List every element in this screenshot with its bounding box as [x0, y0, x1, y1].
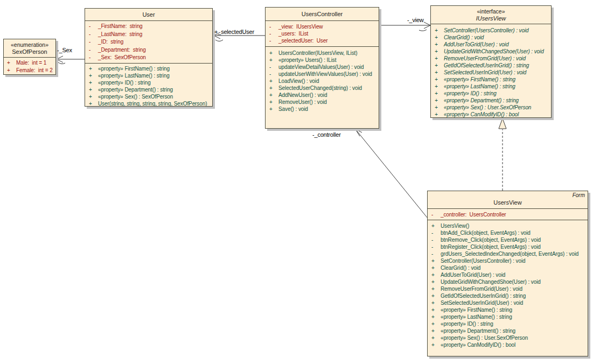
- member-row: +«property» Users() : IList: [266, 57, 379, 64]
- class-name: UsersView: [429, 198, 587, 207]
- member-row: -_ID: string: [85, 38, 212, 46]
- member-row: +User(string, string, string, string, Se…: [85, 100, 212, 107]
- member-row: +SetSelectedUserInGrid(User) : void: [428, 299, 588, 306]
- association-role-label-view: -_view: [407, 17, 424, 23]
- member-row: +ClearGrid() : void: [428, 264, 588, 271]
- member-row: +«property» FirstName() : string: [431, 76, 551, 83]
- member-row: -_Department: string: [85, 46, 212, 54]
- member-row: -updateViewDetailValues(User) : void: [266, 64, 379, 71]
- member-row: +GetIdOfSelectedUserInGrid() : string: [431, 62, 551, 69]
- class-stereotype: «enumeration»: [5, 41, 54, 48]
- association-view: [379, 22, 430, 31]
- member-row: +GetIdOfSelectedUserInGrid() : string: [428, 292, 588, 299]
- class-header: «enumeration» SexOfPerson: [4, 39, 55, 58]
- member-row: +RemoveUserFromGrid(User) : void: [428, 285, 588, 292]
- class-header: User: [85, 9, 212, 21]
- class-name: UsersController: [267, 11, 378, 18]
- member-row: +Male: int = 1: [4, 59, 55, 67]
- member-row: -_users: IList: [266, 30, 379, 37]
- member-row: +UpdateGridWithChangedShoe(User) : void: [431, 48, 551, 55]
- member-row: +UsersController(IUsersView, IList): [266, 50, 379, 57]
- association-sex: [57, 56, 85, 64]
- class-usersview: Form UsersView -_controller: UsersContro…: [427, 191, 588, 356]
- member-row: +«property» Department() : string: [431, 97, 551, 104]
- member-row: +«property» ID() : string: [428, 320, 588, 327]
- member-row: +«property» FirstName() : string: [428, 306, 588, 313]
- member-row: -btnRegister_Click(object, EventArgs) : …: [428, 243, 588, 250]
- member-row: -btnRemove_Click(object, EventArgs) : vo…: [428, 236, 588, 243]
- attributes-compartment: -_FirstName: string-_LastName: string-_I…: [85, 21, 212, 64]
- class-name: User: [86, 11, 211, 18]
- methods-compartment: +SetController(UsersController) : void+C…: [431, 24, 551, 118]
- class-header: UsersController: [266, 8, 379, 21]
- member-row: +«property» Sex() : User.SexOfPerson: [431, 104, 551, 111]
- member-row: +«property» LastName() : string: [428, 313, 588, 320]
- member-row: +LoadView() : void: [266, 78, 379, 85]
- member-row: +«property» Department() : string: [428, 327, 588, 334]
- member-row: +SelectedUserChanged(string) : void: [266, 85, 379, 92]
- member-row: +«property» FirstName() : string: [85, 65, 212, 72]
- association-controller: [355, 129, 427, 218]
- class-name: IUsersView: [432, 15, 550, 22]
- member-row: +«property» Department() : string: [85, 86, 212, 93]
- member-row: +UsersView(): [428, 222, 588, 229]
- member-row: +ClearGrid() : void: [431, 34, 551, 41]
- member-row: +SetController(UsersController) : void: [431, 27, 551, 34]
- member-row: +«property» LastName() : string: [431, 83, 551, 90]
- member-row: +«property» Sex() : User.SexOfPerson: [428, 334, 588, 341]
- class-header: «interface» IUsersView: [431, 6, 551, 24]
- member-row: +«property» ID() : string: [431, 90, 551, 97]
- member-row: +RemoveUserFromGrid(User) : void: [431, 55, 551, 62]
- member-row: +AddUserToGrid(User) : void: [431, 41, 551, 48]
- class-header: Form UsersView: [428, 191, 588, 209]
- member-row: +AddNewUser() : void: [266, 92, 379, 99]
- member-row: +«property» CanModifyID() : bool: [428, 341, 588, 348]
- attributes-compartment: -_view: IUsersView-_users: IList-_select…: [266, 21, 379, 47]
- member-row: +«property» CanModifyID() : bool: [431, 111, 551, 118]
- member-row: +«property» ID() : string: [85, 79, 212, 86]
- uml-class-diagram: «enumeration» SexOfPerson +Male: int = 1…: [0, 0, 593, 364]
- member-row: +RemoveUser() : void: [266, 99, 379, 106]
- member-row: +Female: int = 2: [4, 67, 55, 74]
- member-row: -btnAdd_Click(object, EventArgs) : void: [428, 229, 588, 236]
- methods-compartment: +UsersView()-btnAdd_Click(object, EventA…: [428, 220, 588, 356]
- attributes-compartment: -_controller: UsersController: [428, 209, 588, 220]
- member-row: +«property» LastName() : string: [85, 72, 212, 79]
- interface-iusersview: «interface» IUsersView +SetController(Us…: [430, 5, 552, 118]
- member-row: +Save() : void: [266, 106, 379, 113]
- realization-triangle: [499, 118, 506, 129]
- form-corner-label: Form: [429, 192, 587, 198]
- association-role-label-selected-user: +_selectedUser: [214, 29, 254, 35]
- member-row: +UpdateGridWithChangedShoe(User) : void: [428, 278, 588, 285]
- association-role-label-controller: -_controller: [312, 131, 341, 138]
- methods-compartment: +«property» FirstName() : string+«proper…: [85, 64, 212, 107]
- member-row: -_selectedUser: User: [266, 37, 379, 44]
- member-row: +AddUserToGrid(User) : void: [428, 271, 588, 278]
- member-row: -updateUserWithViewValues(User) : void: [266, 71, 379, 78]
- class-sexofperson: «enumeration» SexOfPerson +Male: int = 1…: [3, 39, 56, 75]
- class-user: User -_FirstName: string-_LastName: stri…: [85, 8, 213, 107]
- class-stereotype: «interface»: [432, 8, 550, 15]
- attributes-compartment: +Male: int = 1+Female: int = 2: [4, 58, 55, 75]
- member-row: -_Sex: SexOfPerson: [85, 54, 212, 62]
- member-row: +SetController(UsersController) : void: [428, 257, 588, 264]
- member-row: -_LastName: string: [85, 31, 212, 39]
- methods-compartment: +UsersController(IUsersView, IList)+«pro…: [266, 47, 379, 128]
- member-row: -_view: IUsersView: [266, 23, 379, 30]
- member-row: +«property» Sex() : SexOfPerson: [85, 93, 212, 100]
- class-name: SexOfPerson: [5, 48, 54, 55]
- realization-usersview-iusersview: [499, 118, 506, 191]
- association-role-label-sex: -_Sex: [57, 47, 72, 53]
- member-row: +SetSelectedUserInGrid(User) : void: [431, 69, 551, 76]
- member-row: -grdUsers_SelectedIndexChanged(object, E…: [428, 250, 588, 257]
- class-userscontroller: UsersController -_view: IUsersView-_user…: [265, 7, 379, 129]
- member-row: -_controller: UsersController: [428, 211, 588, 218]
- member-row: -_FirstName: string: [85, 23, 212, 31]
